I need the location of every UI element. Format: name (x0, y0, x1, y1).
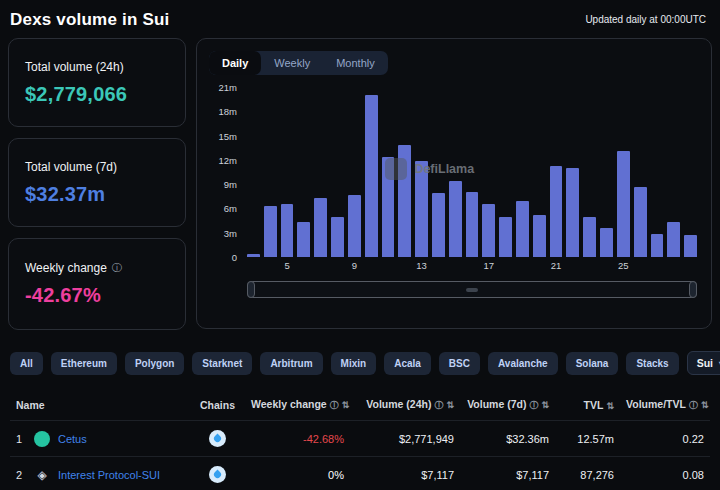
info-icon[interactable]: ⓘ (112, 261, 122, 275)
table-row: 2◈Interest Protocol-SUI0%$7,117$7,11787,… (10, 457, 710, 490)
chain-pill-starknet[interactable]: Starknet (192, 352, 252, 375)
volume-tvl-value: 0.22 (683, 433, 704, 445)
tab-weekly[interactable]: Weekly (261, 51, 323, 75)
tab-monthly[interactable]: Monthly (323, 51, 388, 75)
x-tick (600, 260, 613, 272)
chart-brush[interactable] (247, 281, 697, 298)
sort-icon[interactable]: ⇅ (701, 400, 709, 410)
sort-icon[interactable]: ⇅ (446, 400, 454, 410)
info-icon[interactable]: ⓘ (529, 400, 538, 410)
chain-pill-mixin[interactable]: Mixin (331, 352, 377, 375)
info-icon[interactable]: ⓘ (689, 400, 698, 410)
bar-day-27 (651, 234, 664, 257)
y-tick: 9m (224, 179, 237, 190)
x-tick (466, 260, 479, 272)
bar-day-8 (331, 217, 344, 257)
bar-day-20 (533, 215, 546, 257)
stats-column: Total volume (24h)$2,779,066Total volume… (8, 38, 186, 330)
bar-day-4 (264, 206, 277, 257)
protocol-logo-icon (34, 431, 50, 447)
col-header-tvl[interactable]: TVL⇅ (555, 390, 620, 421)
protocol-link[interactable]: Interest Protocol-SUI (58, 469, 160, 481)
tvl-value: 87,276 (580, 469, 614, 481)
bar-day-10 (365, 95, 378, 257)
page-title: Dexs volume in Sui (10, 10, 169, 30)
sui-drop-icon (213, 434, 223, 444)
bar-day-22 (566, 168, 579, 257)
page-header: Dexs volume in Sui Updated daily at 00:0… (0, 0, 720, 38)
volume-24h-value: $7,117 (421, 469, 454, 481)
info-icon[interactable]: ⓘ (434, 400, 443, 410)
chart-panel: DailyWeeklyMonthly 03m6m9m12m15m18m21m D… (196, 38, 712, 329)
x-tick (667, 260, 680, 272)
stat-label: Total volume (24h) (25, 60, 124, 74)
x-tick (314, 260, 327, 272)
x-tick: 9 (348, 260, 361, 272)
chain-dropdown[interactable]: Sui▾ (687, 351, 720, 375)
bar-day-23 (583, 217, 596, 257)
x-tick (264, 260, 277, 272)
bar-day-14 (432, 193, 445, 257)
stat-value: -42.67% (25, 284, 169, 307)
chart-interval-tabs: DailyWeeklyMonthly (209, 51, 388, 75)
chain-pill-arbitrum[interactable]: Arbitrum (260, 352, 322, 375)
bar-day-26 (634, 187, 647, 257)
info-icon[interactable]: ⓘ (330, 400, 339, 410)
x-tick: 5 (281, 260, 294, 272)
bar-series (247, 87, 697, 257)
bar-day-12 (398, 145, 411, 257)
stat-card-total-volume-24h: Total volume (24h)$2,779,066 (8, 38, 186, 127)
col-header-volume-7d-[interactable]: Volume (7d)ⓘ⇅ (460, 390, 555, 421)
chain-pill-stacks[interactable]: Stacks (626, 352, 678, 375)
brush-handle-left[interactable] (247, 281, 255, 298)
col-header-weekly-change[interactable]: Weekly changeⓘ⇅ (245, 390, 350, 421)
x-tick (533, 260, 546, 272)
y-tick: 21m (219, 82, 237, 93)
volume-tvl-value: 0.08 (683, 469, 704, 481)
bar-day-29 (684, 235, 697, 257)
y-axis: 03m6m9m12m15m18m21m (209, 87, 237, 257)
stat-card-total-volume-7d: Total volume (7d)$32.37m (8, 138, 186, 227)
bar-day-7 (314, 198, 327, 257)
weekly-change-value: 0% (328, 469, 344, 481)
x-tick (331, 260, 344, 272)
x-tick (684, 260, 697, 272)
x-tick (247, 260, 260, 272)
bar-chart[interactable]: 03m6m9m12m15m18m21m DefiLlama (209, 87, 699, 257)
chain-pill-bsc[interactable]: BSC (439, 352, 480, 375)
chain-icon-sui (209, 430, 226, 447)
dexs-dashboard: Dexs volume in Sui Updated daily at 00:0… (0, 0, 720, 490)
col-header-volume-24h-[interactable]: Volume (24h)ⓘ⇅ (350, 390, 460, 421)
chain-pill-all[interactable]: All (10, 352, 43, 375)
sort-icon[interactable]: ⇅ (342, 400, 350, 410)
chain-pill-ethereum[interactable]: Ethereum (51, 352, 117, 375)
x-tick (634, 260, 647, 272)
sort-icon[interactable]: ⇅ (541, 400, 549, 410)
protocol-link[interactable]: Cetus (58, 433, 87, 445)
row-rank: 1 (16, 433, 26, 445)
table-header-row: NameChainsWeekly changeⓘ⇅Volume (24h)ⓘ⇅V… (10, 390, 710, 421)
chain-pill-polygon[interactable]: Polygon (125, 352, 184, 375)
bar-day-6 (297, 222, 310, 257)
brush-grip[interactable] (466, 288, 478, 292)
y-tick: 15m (219, 130, 237, 141)
chain-pill-solana[interactable]: Solana (566, 352, 619, 375)
bar-day-15 (449, 181, 462, 257)
tab-daily[interactable]: Daily (209, 51, 261, 75)
col-header-name: Name (10, 390, 190, 421)
bar-day-16 (466, 192, 479, 257)
volume-7d-value: $32.36m (506, 433, 549, 445)
weekly-change-value: -42.68% (303, 433, 344, 445)
brush-handle-right[interactable] (689, 281, 697, 298)
protocol-logo-icon: ◈ (34, 467, 50, 483)
col-header-volume-tvl[interactable]: Volume/TVLⓘ⇅ (620, 390, 710, 421)
sort-icon[interactable]: ⇅ (606, 401, 614, 411)
bar-day-19 (516, 201, 529, 257)
chain-pill-acala[interactable]: Acala (384, 352, 431, 375)
bar-day-24 (600, 228, 613, 257)
chain-pill-avalanche[interactable]: Avalanche (488, 352, 558, 375)
stat-label: Total volume (7d) (25, 160, 117, 174)
x-tick: 17 (482, 260, 495, 272)
bar-day-25 (617, 151, 630, 257)
x-tick: 13 (415, 260, 428, 272)
